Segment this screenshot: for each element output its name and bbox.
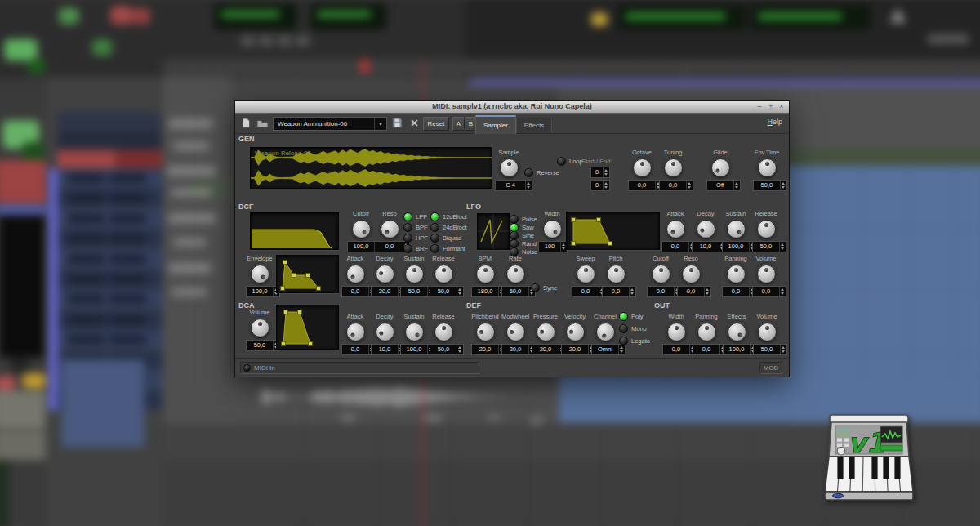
- radio-led: [403, 244, 412, 253]
- bg-text-blob: [424, 415, 442, 421]
- dcf-envelope-knob: Envelope 100,0: [246, 255, 274, 297]
- dropdown-arrow-icon: ▼: [374, 118, 386, 130]
- delete-preset-icon[interactable]: [409, 118, 420, 128]
- dca-adsr-display[interactable]: [276, 305, 339, 350]
- loop-start-spin: 0 0: [586, 155, 614, 191]
- spinner-arrows[interactable]: [629, 287, 635, 296]
- minimize-button[interactable]: –: [755, 102, 764, 110]
- bg-dark-strip: [0, 461, 9, 526]
- spinner-arrows[interactable]: [779, 287, 786, 296]
- bg-gridline: [751, 423, 752, 526]
- spinner-arrows[interactable]: [780, 181, 786, 190]
- def-mode-poly[interactable]: Poly: [619, 312, 644, 321]
- spinner-arrows[interactable]: [704, 287, 710, 296]
- spinner-arrows[interactable]: [525, 181, 532, 190]
- preset-name: Weapon Ammunition-06: [274, 120, 374, 127]
- bg-track-row: [58, 168, 163, 187]
- out-group-label: OUT: [654, 301, 670, 310]
- dcf-adsr-display[interactable]: [276, 255, 339, 293]
- lfo-rate-knob: Rate 50,0: [501, 255, 529, 297]
- lfo-sync-radio[interactable]: Sync: [531, 283, 557, 292]
- bg-marker: [359, 59, 371, 74]
- filter-type-bpf[interactable]: BPF: [403, 223, 428, 232]
- bg-text-blob: [168, 118, 213, 128]
- lfo-pitch-knob: Pitch 0,0: [602, 255, 630, 297]
- spinner-arrows[interactable]: [780, 345, 786, 354]
- bg-blob: [591, 12, 608, 25]
- bg-blob: [110, 6, 131, 24]
- filter-slope-formant[interactable]: Formant: [430, 244, 466, 253]
- bg-text-blob: [530, 417, 543, 424]
- bg-knob: [9, 358, 30, 372]
- compare-a-button[interactable]: A: [452, 117, 465, 131]
- midi-in-label: MIDI In: [254, 364, 275, 372]
- glide-knob: Glide Off: [706, 149, 734, 191]
- bg-button: [260, 36, 273, 46]
- bg-text-blob: [168, 213, 216, 223]
- bg-gray-block: [0, 430, 46, 461]
- loop-radio[interactable]: Loop: [557, 157, 583, 166]
- lfo-cutoff-knob: Cutoff 0,0: [647, 255, 675, 297]
- bg-blob: [0, 376, 16, 390]
- spinner-arrows[interactable]: [779, 242, 786, 252]
- sample-note-spinbox[interactable]: C 4: [495, 180, 532, 191]
- open-preset-icon[interactable]: [256, 118, 269, 128]
- bg-button: [296, 36, 309, 46]
- bg-button: [928, 34, 969, 44]
- spinner-arrows[interactable]: [618, 345, 625, 354]
- lfo-attack-knob: Attack 0,0: [662, 210, 689, 252]
- close-button[interactable]: ×: [777, 102, 786, 110]
- spinner-arrows[interactable]: [686, 181, 693, 190]
- lfo-bpm-knob: BPM 180,0: [471, 255, 499, 297]
- loop-start-spinbox[interactable]: 0: [590, 167, 610, 178]
- dcf-release-knob: Release 50,0: [430, 255, 457, 297]
- bg-blob: [92, 39, 112, 56]
- reverse-radio[interactable]: Reverse: [524, 168, 559, 177]
- filter-slope-24db[interactable]: 24dB/oct: [430, 223, 467, 232]
- bg-text-blob: [168, 263, 212, 273]
- bg-track-row: [58, 330, 163, 349]
- lfo-wave-display[interactable]: [477, 213, 510, 250]
- dca-attack-knob: Attack 0,0: [341, 313, 369, 355]
- filter-type-hpf[interactable]: HPF: [403, 234, 428, 243]
- spinner-arrows[interactable]: [733, 181, 740, 190]
- bg-blob: [132, 7, 150, 24]
- spinner-arrows[interactable]: [457, 345, 463, 354]
- tab-sampler[interactable]: Sampler: [475, 115, 516, 134]
- bg-button: [278, 36, 291, 46]
- filter-slope-biquad[interactable]: Biquad: [430, 234, 461, 243]
- bg-gray-block: [0, 390, 46, 429]
- filter-type-brf[interactable]: BRF: [403, 244, 428, 253]
- radio-led: [619, 312, 628, 321]
- tab-effects[interactable]: Effects: [516, 118, 552, 133]
- sample-dial[interactable]: [500, 158, 519, 177]
- reset-button[interactable]: Reset: [423, 117, 449, 131]
- def-mode-mono[interactable]: Mono: [619, 324, 647, 333]
- sample-waveform-display[interactable]: Weapon Reload-06: [250, 147, 492, 189]
- samplv1-app-icon[interactable]: v1: [823, 411, 915, 502]
- dcf-decay-knob: Decay 20,0: [371, 255, 399, 297]
- def-mode-legato[interactable]: Legato: [619, 337, 650, 345]
- filter-slope-12db[interactable]: 12dB/oct: [430, 212, 467, 221]
- new-preset-icon[interactable]: [241, 118, 252, 128]
- lfo-decay-knob: Decay 10,0: [692, 210, 719, 252]
- maximize-button[interactable]: +: [766, 102, 776, 110]
- loop-end-spinbox[interactable]: 0: [590, 180, 610, 191]
- save-preset-icon[interactable]: [392, 118, 403, 128]
- filter-response-display[interactable]: [250, 212, 339, 250]
- bg-ruler-ticks: [163, 67, 980, 77]
- lfo-envelope-display[interactable]: [566, 212, 660, 250]
- spinner-arrows[interactable]: [457, 287, 463, 296]
- spinner-arrows[interactable]: [603, 167, 609, 177]
- radio-led: [403, 212, 412, 221]
- filter-type-lpf[interactable]: LPF: [403, 212, 427, 221]
- help-menu[interactable]: Help: [767, 118, 782, 126]
- bg-track-row: [58, 209, 163, 228]
- preset-combobox[interactable]: Weapon Ammunition-06 ▼: [273, 117, 387, 131]
- spinner-arrows[interactable]: [603, 181, 609, 190]
- window-titlebar[interactable]: MIDI: samplv1 (a rncbc aka. Rui Nuno Cap…: [235, 101, 789, 114]
- bg-track-row: [58, 189, 163, 207]
- radio-led: [430, 234, 439, 243]
- radio-led: [430, 244, 439, 253]
- radio-led: [430, 212, 439, 221]
